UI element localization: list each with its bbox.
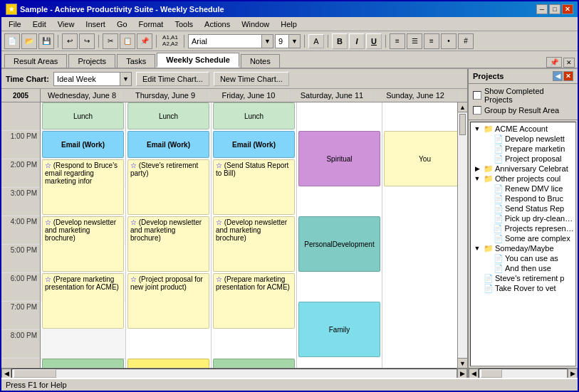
hscroll-thumb[interactable]: [14, 369, 56, 378]
sat-event-spiritual[interactable]: Spiritual: [298, 131, 380, 186]
proj-hscroll-right[interactable]: ▶: [568, 369, 578, 378]
wed-event-email[interactable]: Email (Work): [42, 131, 124, 158]
close-button[interactable]: ✕: [562, 4, 573, 14]
thu-event-children[interactable]: Children: [127, 359, 209, 368]
tab-tasks[interactable]: Tasks: [117, 54, 155, 68]
tab-weekly-schedule[interactable]: Weekly Schedule: [157, 53, 239, 68]
menu-go[interactable]: Go: [113, 19, 132, 29]
proj-hscroll-left[interactable]: ◀: [469, 369, 479, 378]
wed-event-3[interactable]: ☆ (Prepare marketing presentation for AC…: [42, 273, 124, 329]
tree-item-12[interactable]: ▼📁Someday/Maybe: [472, 243, 574, 253]
minimize-button[interactable]: ─: [536, 4, 548, 14]
proj-hscroll-track[interactable]: [479, 369, 568, 378]
tree-item-16[interactable]: 📄Take Rover to vet: [472, 283, 574, 293]
redo-button[interactable]: ↪: [79, 33, 95, 49]
font-color-button[interactable]: A: [308, 34, 324, 48]
projects-pin-button[interactable]: ◀: [553, 71, 563, 81]
align-center-button[interactable]: ☰: [407, 33, 422, 49]
tree-item-9[interactable]: 📄Pick up dry-cleaning: [472, 213, 574, 223]
show-completed-checkbox[interactable]: [473, 91, 481, 100]
maximize-button[interactable]: □: [549, 4, 560, 14]
menu-view[interactable]: View: [53, 19, 79, 29]
new-timechart-button[interactable]: New Time Chart...: [214, 72, 289, 86]
scroll-up-button[interactable]: ▲: [458, 102, 467, 112]
tab-notes[interactable]: Notes: [241, 54, 280, 68]
timechart-combo-arrow[interactable]: ▼: [120, 73, 131, 85]
menu-window[interactable]: Window: [237, 19, 273, 29]
scroll-track[interactable]: [458, 112, 467, 358]
pin-button[interactable]: 📌: [546, 57, 562, 68]
menu-tools[interactable]: Tools: [170, 19, 197, 29]
new-button[interactable]: 📄: [4, 33, 20, 49]
thu-event-3[interactable]: ☆ (Project proposal for new joint produc…: [127, 273, 209, 329]
tree-item-13[interactable]: 📄You can use as: [472, 253, 574, 263]
tree-item-11[interactable]: 📄Some are complex: [472, 233, 574, 243]
underline-button[interactable]: U: [366, 33, 382, 49]
italic-button[interactable]: I: [349, 33, 365, 49]
cal-hscrollbar[interactable]: ◀ ▶: [1, 368, 467, 378]
tab-projects[interactable]: Projects: [68, 54, 115, 68]
thu-event-lunch[interactable]: Lunch: [127, 102, 209, 129]
align-right-button[interactable]: ≡: [424, 33, 439, 49]
fri-event-1[interactable]: ☆ (Send Status Report to Bill): [213, 159, 295, 215]
tree-item-10[interactable]: 📄Projects represent th: [472, 223, 574, 233]
sun-event-you[interactable]: You: [384, 131, 466, 186]
menu-file[interactable]: File: [4, 19, 26, 29]
copy-button[interactable]: 📋: [120, 33, 135, 49]
wed-event-fitness[interactable]: Health & Fitness: [42, 359, 124, 368]
font-combo-arrow[interactable]: ▼: [261, 35, 273, 48]
align-left-button[interactable]: ≡: [390, 33, 405, 49]
bullet-button[interactable]: •: [441, 33, 457, 49]
sat-event-family[interactable]: Family: [298, 302, 380, 357]
projects-tree[interactable]: ▼📁ACME Account📄Develop newslett📄Prepare …: [470, 122, 576, 366]
tree-item-7[interactable]: 📄Respond to Bruc: [472, 194, 574, 203]
projects-close-button[interactable]: ✕: [563, 71, 573, 81]
thu-event-email[interactable]: Email (Work): [127, 131, 209, 158]
tree-item-0[interactable]: ▼📁ACME Account: [472, 124, 574, 134]
wed-event-2[interactable]: ☆ (Develop newsletter and marketing broc…: [42, 216, 124, 272]
fri-event-3[interactable]: ☆ (Prepare marketing presentation for AC…: [213, 273, 295, 329]
menu-help[interactable]: Help: [276, 19, 301, 29]
save-button[interactable]: 💾: [38, 33, 54, 49]
fri-event-lunch[interactable]: Lunch: [213, 102, 295, 129]
tree-item-6[interactable]: 📄Renew DMV lice: [472, 184, 574, 194]
bold-button[interactable]: B: [332, 33, 348, 49]
menu-format[interactable]: Format: [135, 19, 168, 29]
timechart-combo[interactable]: Ideal Week ▼: [53, 72, 132, 86]
sat-event-personal[interactable]: PersonalDevelopment: [298, 216, 380, 272]
paste-button[interactable]: 📌: [137, 33, 152, 49]
panel-close-button[interactable]: ✕: [563, 58, 575, 68]
proj-hscroll-thumb[interactable]: [481, 369, 502, 378]
number-button[interactable]: #: [458, 33, 474, 49]
menu-insert[interactable]: Insert: [81, 19, 110, 29]
cal-vscrollbar[interactable]: ▲ ▼: [457, 102, 467, 368]
tree-item-14[interactable]: 📄And then use: [472, 263, 574, 273]
hscroll-right-button[interactable]: ▶: [457, 369, 467, 378]
thu-event-1[interactable]: ☆ (Steve's retirement party): [127, 159, 209, 215]
hscroll-track[interactable]: [11, 369, 457, 378]
tree-item-3[interactable]: 📄Project proposal: [472, 154, 574, 164]
wed-event-lunch[interactable]: Lunch: [42, 102, 124, 129]
fri-event-email[interactable]: Email (Work): [213, 131, 295, 158]
tree-item-5[interactable]: ▼📁Other projects coul: [472, 174, 574, 184]
group-by-checkbox[interactable]: [473, 106, 481, 115]
edit-timechart-button[interactable]: Edit Time Chart...: [136, 72, 209, 86]
thu-event-2[interactable]: ☆ (Develop newsletter and marketing broc…: [127, 216, 209, 272]
open-button[interactable]: 📂: [21, 33, 37, 49]
tree-item-4[interactable]: ▶📁Anniversary Celebrat: [472, 164, 574, 174]
tab-result-areas[interactable]: Result Areas: [4, 54, 67, 68]
font-combo[interactable]: Arial ▼: [188, 34, 273, 48]
tree-item-8[interactable]: 📄Send Status Rep: [472, 203, 574, 213]
cut-button[interactable]: ✂: [103, 33, 118, 49]
wed-event-1[interactable]: ☆ (Respond to Bruce's email regarding ma…: [42, 159, 124, 215]
tree-item-1[interactable]: 📄Develop newslett: [472, 134, 574, 144]
tree-item-15[interactable]: 📄Steve's retirement p: [472, 273, 574, 283]
menu-actions[interactable]: Actions: [200, 19, 234, 29]
size-combo-arrow[interactable]: ▼: [288, 35, 300, 48]
scroll-down-button[interactable]: ▼: [458, 358, 467, 368]
fri-event-2[interactable]: ☆ (Develop newsletter and marketing broc…: [213, 216, 295, 272]
tree-item-2[interactable]: 📄Prepare marketin: [472, 144, 574, 154]
menu-edit[interactable]: Edit: [28, 19, 51, 29]
fri-event-fitness[interactable]: Health & Fitness: [213, 359, 295, 368]
undo-button[interactable]: ↩: [62, 33, 78, 49]
